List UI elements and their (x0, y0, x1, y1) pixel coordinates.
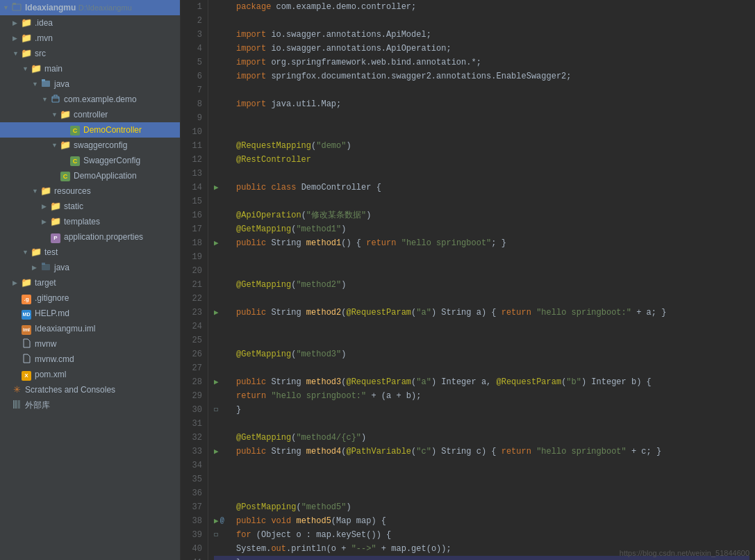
sidebar-item-HELP_md[interactable]: MDHELP.md (0, 306, 180, 321)
sidebar-item-root[interactable]: Ideaxiangmu D:\Ideaxiangmu (0, 0, 180, 15)
code-line (214, 14, 749, 28)
code-text: @GetMapping("method4/{c}") (236, 431, 366, 445)
code-text (236, 250, 241, 264)
sidebar-item-test[interactable]: 📁test (0, 245, 180, 260)
tree-arrow[interactable] (22, 249, 31, 256)
tree-arrow[interactable] (32, 188, 40, 195)
tree-arrow[interactable] (51, 142, 60, 149)
sidebar-item-resources[interactable]: 📁resources (0, 183, 180, 199)
tree-arrow[interactable] (13, 50, 21, 57)
run-icon[interactable]: ▶ (214, 181, 219, 195)
run-icon[interactable]: ▶ (214, 514, 219, 528)
sidebar-item-label: SwaggerConfig (83, 156, 140, 165)
tree-arrow[interactable] (32, 81, 40, 88)
line-number: 12 (186, 153, 202, 167)
sidebar-item-label: .mvn (35, 33, 53, 43)
sidebar-item-static[interactable]: 📁static (0, 199, 180, 214)
fold-icon[interactable]: ◻ (214, 403, 218, 417)
gitignore-file-icon: .g (21, 293, 32, 304)
sidebar-item-swaggerconfig[interactable]: 📁swaggerconfig (0, 138, 180, 153)
run-icon[interactable]: ▶ (214, 375, 219, 389)
tree-arrow[interactable] (32, 264, 40, 271)
code-text (236, 333, 241, 347)
code-text (236, 14, 241, 28)
sidebar-item-templates[interactable]: 📁templates (0, 214, 180, 229)
sidebar-item-target[interactable]: 📁target (0, 275, 180, 290)
code-text: return "hello springboot:" + (a + b); (236, 389, 421, 403)
sidebar-item-label: main (44, 64, 63, 74)
sidebar-item-src[interactable]: 📁src (0, 46, 180, 61)
sidebar-item-controller[interactable]: 📁controller (0, 107, 180, 122)
sidebar-item-mvn[interactable]: 📁.mvn (0, 31, 180, 46)
line-number: 20 (186, 264, 202, 278)
line-number: 16 (186, 208, 202, 222)
sidebar-item-test_java[interactable]: java (0, 260, 180, 275)
sidebar-item-Ideaxiangmu_iml[interactable]: imlIdeaxiangmu.iml (0, 321, 180, 336)
code-line: } (214, 556, 749, 560)
code-line (214, 83, 749, 97)
line-number: 3 (186, 28, 202, 42)
code-area[interactable]: 1234567891011121314151617181920212223242… (181, 0, 755, 560)
sidebar-item-main[interactable]: 📁main (0, 61, 180, 76)
sidebar-item-mvnw[interactable]: mvnw (0, 336, 180, 352)
folder-icon: 📁 (50, 201, 61, 212)
code-line: @RestController (214, 153, 749, 167)
debug-icon[interactable]: @ (220, 514, 224, 528)
folder-icon: 📁 (21, 277, 32, 288)
svg-rect-0 (13, 4, 21, 10)
tree-arrow[interactable] (3, 4, 11, 11)
tree-arrow[interactable] (13, 19, 21, 26)
code-text: @PostMapping("method5") (236, 500, 351, 514)
folder-icon: 📁 (21, 17, 32, 28)
markdown-file-icon: MD (21, 308, 32, 319)
fold-icon[interactable]: ◻ (214, 528, 218, 542)
run-icon[interactable]: ▶ (214, 445, 219, 459)
tree-arrow[interactable] (42, 218, 50, 225)
tree-arrow[interactable] (42, 203, 50, 210)
line-number: 5 (186, 56, 202, 69)
code-line: ▶ public String method4(@PathVariable("c… (214, 445, 749, 459)
sidebar-item-DemoController[interactable]: CDemoController (0, 122, 180, 138)
tree-arrow[interactable] (51, 111, 60, 118)
code-line (214, 125, 749, 139)
line-number: 13 (186, 167, 202, 181)
code-line (214, 195, 749, 208)
svg-rect-2 (42, 81, 50, 87)
sidebar-item-label: resources (54, 186, 91, 196)
code-text: @RestController (236, 153, 311, 167)
sidebar-item-DemoApplication[interactable]: CDemoApplication (0, 168, 180, 183)
sidebar-item-pom_xml[interactable]: Xpom.xml (0, 367, 180, 382)
run-icon[interactable]: ▶ (214, 306, 219, 320)
sidebar-item-mvnw_cmd[interactable]: mvnw.cmd (0, 352, 180, 367)
sidebar-item-java[interactable]: java (0, 76, 180, 92)
code-line (214, 292, 749, 306)
sidebar-item-label: pom.xml (35, 370, 66, 379)
tree-arrow[interactable] (13, 35, 21, 42)
code-text (236, 361, 241, 375)
sidebar-item-label: .idea (35, 18, 53, 28)
sidebar-item-label: DemoApplication (74, 171, 137, 181)
sidebar-item-external_libs[interactable]: 外部库 (0, 397, 180, 413)
line-number: 18 (186, 236, 202, 250)
sidebar-item-gitignore[interactable]: .g.gitignore (0, 290, 180, 306)
line-number: 17 (186, 222, 202, 236)
line-number: 34 (186, 459, 202, 472)
sidebar-item-idea[interactable]: 📁.idea (0, 15, 180, 31)
code-text: public String method4(@PathVariable("c")… (236, 445, 661, 459)
sidebar-item-scratches[interactable]: ✳Scratches and Consoles (0, 382, 180, 397)
code-text: } (236, 556, 241, 560)
tree-arrow[interactable] (22, 65, 31, 72)
file-tree[interactable]: Ideaxiangmu D:\Ideaxiangmu📁.idea📁.mvn📁sr… (0, 0, 181, 560)
tree-arrow[interactable] (42, 96, 50, 103)
iml-file-icon: iml (21, 323, 32, 334)
svg-rect-9 (17, 400, 20, 409)
code-line (214, 333, 749, 347)
code-text (236, 292, 241, 306)
sidebar-item-SwaggerConfig[interactable]: CSwaggerConfig (0, 153, 180, 168)
run-icon[interactable]: ▶ (214, 236, 219, 250)
sidebar-item-label: Ideaxiangmu.iml (35, 324, 95, 333)
tree-arrow[interactable] (13, 279, 21, 286)
code-line (214, 111, 749, 125)
sidebar-item-application_properties[interactable]: Papplication.properties (0, 229, 180, 245)
sidebar-item-com_example_demo[interactable]: com.example.demo (0, 92, 180, 107)
